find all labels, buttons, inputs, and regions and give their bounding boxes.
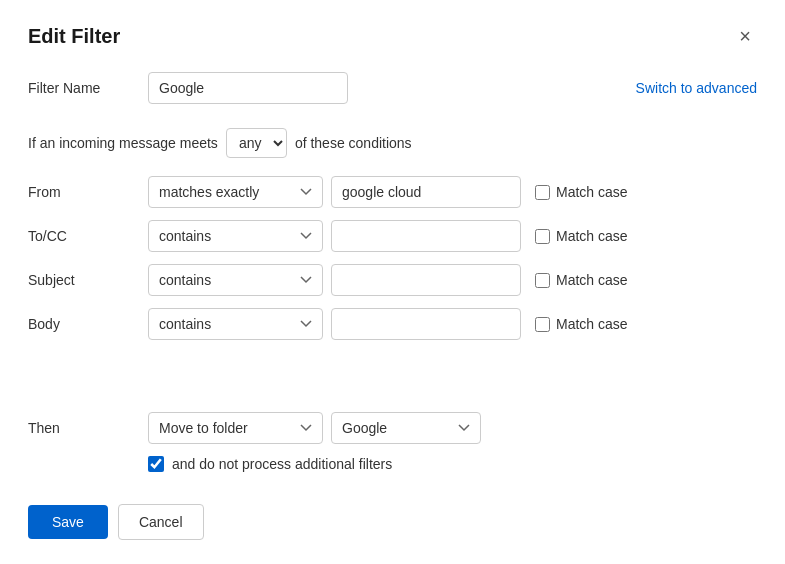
then-action-select[interactable]: Move to folder Mark as read Delete Forwa… — [148, 412, 323, 444]
condition-label-from: From — [28, 184, 148, 200]
conditions-header: If an incoming message meets any all of … — [28, 128, 757, 158]
condition-row-tocc: To/CC contains matches exactly does not … — [28, 220, 757, 252]
condition-select-subject[interactable]: contains matches exactly does not contai… — [148, 264, 323, 296]
condition-value-body[interactable] — [331, 308, 521, 340]
conditions-prefix: If an incoming message meets — [28, 135, 218, 151]
match-case-label-body: Match case — [556, 316, 628, 332]
any-select[interactable]: any all — [226, 128, 287, 158]
condition-value-subject[interactable] — [331, 264, 521, 296]
filter-name-row: Filter Name Switch to advanced — [28, 72, 757, 104]
save-button[interactable]: Save — [28, 505, 108, 539]
dialog-footer: Save Cancel — [28, 488, 757, 540]
condition-row-body: Body contains matches exactly does not c… — [28, 308, 757, 340]
condition-row-from: From matches exactly contains does not c… — [28, 176, 757, 208]
match-case-checkbox-tocc[interactable] — [535, 229, 550, 244]
condition-value-from[interactable] — [331, 176, 521, 208]
then-row: Then Move to folder Mark as read Delete … — [28, 412, 757, 444]
match-case-checkbox-body[interactable] — [535, 317, 550, 332]
condition-select-from[interactable]: matches exactly contains does not contai… — [148, 176, 323, 208]
match-case-checkbox-subject[interactable] — [535, 273, 550, 288]
conditions-suffix: of these conditions — [295, 135, 412, 151]
condition-value-tocc[interactable] — [331, 220, 521, 252]
then-section: Then Move to folder Mark as read Delete … — [28, 412, 757, 472]
conditions-body: From matches exactly contains does not c… — [28, 176, 757, 406]
additional-filters-row: and do not process additional filters — [148, 456, 757, 472]
match-case-subject: Match case — [535, 272, 628, 288]
switch-to-advanced-button[interactable]: Switch to advanced — [636, 80, 757, 96]
match-case-label-subject: Match case — [556, 272, 628, 288]
edit-filter-dialog: Edit Filter × Filter Name Switch to adva… — [0, 0, 785, 564]
match-case-tocc: Match case — [535, 228, 628, 244]
condition-label-body: Body — [28, 316, 148, 332]
condition-row-subject: Subject contains matches exactly does no… — [28, 264, 757, 296]
condition-select-tocc[interactable]: contains matches exactly does not contai… — [148, 220, 323, 252]
match-case-label-from: Match case — [556, 184, 628, 200]
match-case-from: Match case — [535, 184, 628, 200]
match-case-checkbox-from[interactable] — [535, 185, 550, 200]
cancel-button[interactable]: Cancel — [118, 504, 204, 540]
match-case-label-tocc: Match case — [556, 228, 628, 244]
additional-filters-checkbox[interactable] — [148, 456, 164, 472]
filter-name-input[interactable] — [148, 72, 348, 104]
additional-filters-label: and do not process additional filters — [172, 456, 392, 472]
then-label: Then — [28, 420, 148, 436]
close-button[interactable]: × — [733, 24, 757, 48]
match-case-body: Match case — [535, 316, 628, 332]
dialog-header: Edit Filter × — [28, 24, 757, 48]
condition-select-body[interactable]: contains matches exactly does not contai… — [148, 308, 323, 340]
filter-name-label: Filter Name — [28, 80, 148, 96]
then-folder-select[interactable]: Google Inbox Archive — [331, 412, 481, 444]
condition-label-tocc: To/CC — [28, 228, 148, 244]
dialog-title: Edit Filter — [28, 25, 120, 48]
condition-label-subject: Subject — [28, 272, 148, 288]
